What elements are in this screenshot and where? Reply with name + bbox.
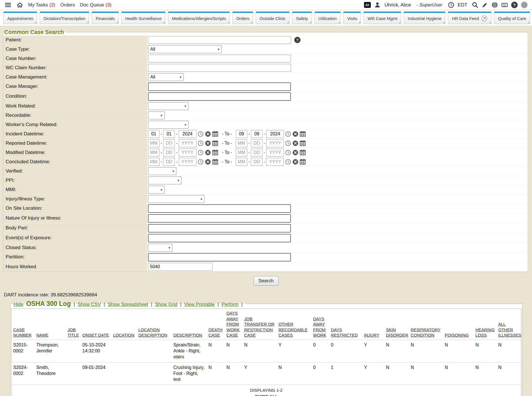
perform-link[interactable]: Perform bbox=[222, 302, 239, 307]
sort-link[interactable]: NAME bbox=[36, 333, 48, 337]
reported-from-day-input[interactable] bbox=[163, 139, 175, 147]
calendar-icon[interactable] bbox=[300, 131, 306, 137]
orders-link[interactable]: Orders bbox=[60, 2, 75, 8]
incident-from-month-input[interactable] bbox=[148, 130, 160, 138]
calendar-icon[interactable] bbox=[212, 140, 218, 146]
events-of-exposure-input[interactable] bbox=[148, 234, 291, 242]
clock-icon[interactable] bbox=[197, 159, 204, 165]
work-related-select[interactable]: ▼ bbox=[148, 102, 188, 110]
sort-link[interactable]: HEARING LOSS bbox=[475, 327, 495, 338]
clear-icon[interactable] bbox=[292, 131, 298, 137]
sort-link[interactable]: LOCATION DESCRIPTION bbox=[138, 327, 167, 338]
hamburger-menu-icon[interactable] bbox=[5, 2, 12, 8]
clear-icon[interactable] bbox=[205, 149, 211, 156]
clock-icon[interactable] bbox=[285, 131, 291, 137]
tab-utilization[interactable]: Utilization bbox=[315, 12, 341, 24]
tab-outside-clinic[interactable]: Outside Clinic bbox=[256, 12, 290, 24]
case-type-select[interactable]: All ▼ bbox=[148, 45, 222, 53]
ai-badge[interactable]: AI bbox=[364, 2, 371, 8]
clear-icon[interactable] bbox=[205, 159, 211, 165]
pencil-icon[interactable] bbox=[482, 2, 488, 8]
reported-to-year-input[interactable] bbox=[266, 139, 284, 147]
sort-link[interactable]: JOB TITLE bbox=[68, 327, 79, 338]
tab-dictation-transcription[interactable]: Dictation/Transcription bbox=[40, 12, 89, 24]
tab-financials[interactable]: Financials bbox=[92, 12, 119, 24]
calendar-icon[interactable] bbox=[212, 131, 218, 137]
incident-from-day-input[interactable] bbox=[163, 130, 175, 138]
help-icon[interactable]: ? bbox=[511, 2, 518, 8]
concluded-to-day-input[interactable] bbox=[251, 158, 262, 166]
condition-input[interactable] bbox=[148, 92, 291, 101]
clock-icon[interactable] bbox=[197, 131, 204, 137]
clear-icon[interactable] bbox=[292, 159, 298, 165]
clock-icon[interactable] bbox=[285, 159, 291, 165]
sort-link[interactable]: SKIN DISORDER bbox=[386, 327, 408, 338]
calendar-icon[interactable] bbox=[300, 159, 306, 165]
hide-link[interactable]: Hide bbox=[14, 302, 23, 307]
concluded-from-month-input[interactable] bbox=[148, 158, 160, 166]
tab-health-surveillance[interactable]: Health Surveillance bbox=[121, 12, 165, 24]
doc-queue-link[interactable]: Doc Queue (3) bbox=[80, 2, 111, 8]
sort-link[interactable]: INJURY bbox=[364, 333, 379, 337]
sort-link[interactable]: DAYS AWAY FROM WORK CASE bbox=[226, 311, 240, 337]
globe-icon[interactable] bbox=[491, 2, 498, 8]
keyboard-icon[interactable] bbox=[501, 2, 508, 8]
tab-safety[interactable]: Safety bbox=[292, 12, 312, 24]
search-button[interactable]: Search bbox=[253, 276, 279, 286]
ppi-select[interactable]: ▼ bbox=[148, 176, 181, 184]
modified-to-month-input[interactable] bbox=[236, 149, 247, 156]
show-spreadsheet-link[interactable]: Show Spreadsheet bbox=[108, 302, 148, 307]
reported-to-month-input[interactable] bbox=[236, 139, 247, 147]
workers-comp-related-select[interactable]: ▼ bbox=[148, 121, 188, 129]
my-tasks-link[interactable]: My Tasks (2) bbox=[28, 2, 55, 8]
tab-wr-case-mgmt[interactable]: WR Case Mgmt bbox=[363, 12, 401, 24]
clock-icon[interactable] bbox=[448, 2, 454, 8]
tab-industrial-hygiene[interactable]: Industrial Hygiene bbox=[404, 12, 445, 24]
case-number-input[interactable] bbox=[148, 55, 291, 62]
calendar-icon[interactable] bbox=[300, 149, 306, 156]
sort-link[interactable]: LOCATION bbox=[113, 333, 134, 337]
incident-from-year-input[interactable] bbox=[179, 130, 196, 138]
sort-link[interactable]: DESCRIPTION bbox=[173, 333, 202, 337]
clear-icon[interactable] bbox=[205, 140, 211, 146]
user-name[interactable]: Uhrick, Alice bbox=[385, 2, 411, 8]
patient-help-icon[interactable]: ? bbox=[294, 37, 300, 43]
sort-link[interactable]: POISONING bbox=[445, 333, 469, 337]
modified-from-month-input[interactable] bbox=[148, 149, 160, 156]
tab-orders[interactable]: Orders bbox=[232, 12, 253, 24]
concluded-to-year-input[interactable] bbox=[266, 158, 284, 166]
body-part-input[interactable] bbox=[148, 224, 291, 232]
sort-link[interactable]: ONSET DATE bbox=[82, 333, 109, 337]
sort-link[interactable]: DAYS RESTRICTED bbox=[331, 327, 358, 338]
partition-input[interactable] bbox=[148, 253, 291, 261]
concluded-to-month-input[interactable] bbox=[236, 158, 247, 166]
tab-quality-of-care[interactable]: Quality of Care bbox=[494, 12, 530, 24]
show-all-link[interactable]: SHOW ALL bbox=[255, 394, 278, 396]
concluded-from-year-input[interactable] bbox=[179, 158, 196, 166]
reported-from-month-input[interactable] bbox=[148, 139, 160, 147]
hours-worked-input[interactable] bbox=[148, 263, 212, 271]
sort-link[interactable]: JOB TRANSFER OR RESTRICTION CASE bbox=[244, 316, 275, 338]
sort-link[interactable]: OTHER RECORDABLE CASES bbox=[279, 322, 307, 337]
show-grid-link[interactable]: Show Grid bbox=[155, 302, 177, 307]
patient-input[interactable] bbox=[148, 36, 291, 44]
calendar-icon[interactable] bbox=[212, 159, 218, 165]
view-printable-link[interactable]: View Printable bbox=[184, 302, 215, 307]
closed-status-select[interactable]: ▼ bbox=[148, 244, 172, 252]
home-icon[interactable] bbox=[17, 2, 23, 8]
clear-icon[interactable] bbox=[205, 131, 211, 137]
tab-hr-data-feed[interactable]: HR Data Feed bbox=[448, 12, 491, 24]
modified-from-day-input[interactable] bbox=[163, 149, 175, 156]
incident-to-day-input[interactable] bbox=[251, 130, 262, 138]
clock-icon[interactable] bbox=[197, 140, 204, 146]
show-csv-link[interactable]: Show CSV bbox=[78, 302, 101, 307]
incident-to-month-input[interactable] bbox=[236, 130, 247, 138]
clock-icon[interactable] bbox=[285, 140, 291, 146]
tab-medications-allergies-scripts[interactable]: Medications/Allergies/Scripts bbox=[168, 12, 230, 24]
injury-illness-type-select[interactable]: ▼ bbox=[148, 195, 205, 203]
reported-to-day-input[interactable] bbox=[251, 139, 262, 147]
on-site-location-input[interactable] bbox=[148, 204, 291, 213]
search-icon[interactable] bbox=[472, 2, 478, 8]
verified-select[interactable]: ▼ bbox=[148, 167, 176, 175]
clear-icon[interactable] bbox=[292, 149, 298, 156]
